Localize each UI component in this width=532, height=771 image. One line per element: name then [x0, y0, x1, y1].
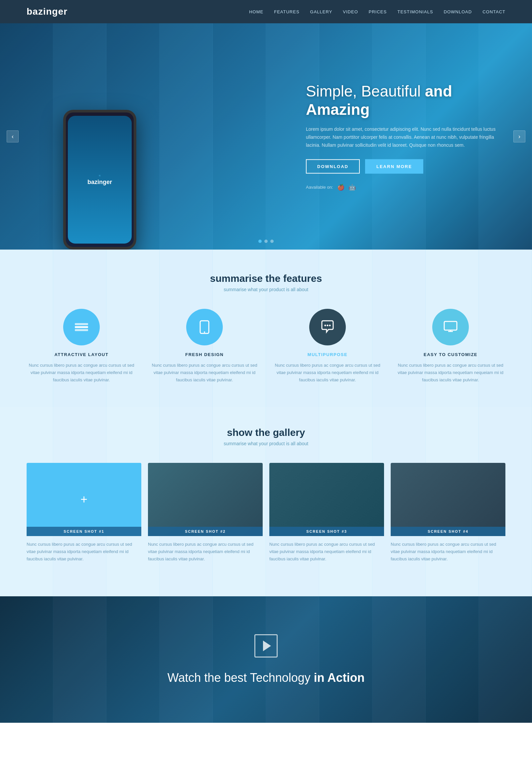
slider-next-button[interactable]: › [513, 130, 525, 142]
svg-point-7 [329, 325, 331, 326]
phone-logo: bazinger [87, 179, 112, 186]
nav-download[interactable]: DOWNLOAD [444, 8, 472, 16]
stripe-5 [213, 23, 266, 250]
feature-item-1: ATTRACTIVE LAYOUT Nunc cursus libero pur… [27, 309, 136, 384]
feature-item-2: FRESH DESIGN Nunc cursus libero purus ac… [150, 309, 259, 384]
vid-s1 [0, 596, 53, 723]
features-section: summarise the features summarise what yo… [0, 250, 532, 407]
gallery-item-1[interactable]: + SCREEN SHOT #1 Nunc cursus libero puru… [27, 463, 141, 563]
nav-contact[interactable]: CONTACT [482, 8, 505, 16]
hero-available: Aavailable on: 🍎 🤖 [306, 183, 505, 191]
feature-icon-attractive [63, 309, 100, 345]
logo[interactable]: bazinger [27, 6, 67, 17]
learn-more-button[interactable]: LEARN MORE [365, 159, 423, 173]
hero-title: Simple, Beautiful and Amazing [306, 82, 505, 119]
vid-s7 [319, 596, 372, 723]
monitor-icon [442, 319, 459, 335]
svg-point-4 [204, 331, 205, 333]
feature-desc-2: Nunc cursus libero purus ac congue arcu … [150, 362, 259, 384]
chat-icon [319, 319, 336, 335]
tablet-icon [196, 319, 213, 335]
gallery-img-3: SCREEN SHOT #3 [269, 463, 384, 536]
svg-point-6 [327, 325, 329, 326]
feature-desc-1: Nunc cursus libero purus ac congue arcu … [27, 362, 136, 384]
video-title: Watch the best Technology in Action [168, 671, 365, 685]
feature-icon-customize [432, 309, 469, 345]
svg-rect-8 [444, 321, 457, 330]
apple-icon: 🍎 [337, 183, 344, 191]
nav-gallery[interactable]: GALLERY [310, 8, 333, 16]
gallery-item-3[interactable]: SCREEN SHOT #3 Nunc cursus libero purus … [269, 463, 384, 563]
gallery-img-4: SCREEN SHOT #4 [391, 463, 505, 536]
features-title: summarise the features [27, 273, 505, 284]
gallery-title: show the gallery [27, 427, 505, 438]
hero-buttons: DOWNLOAD LEARN MORE [306, 159, 505, 173]
nav-features[interactable]: FEATURES [274, 8, 299, 16]
vid-s9 [426, 596, 479, 723]
feature-desc-3: Nunc cursus libero purus ac congue arcu … [273, 362, 382, 384]
feature-title-1: ATTRACTIVE LAYOUT [27, 352, 136, 357]
slider-dot-2[interactable] [264, 240, 268, 243]
feature-title-3: MULTIPURPOSE [273, 352, 382, 357]
gallery-grid: + SCREEN SHOT #1 Nunc cursus libero puru… [27, 463, 505, 563]
vid-s2 [53, 596, 106, 723]
vid-s5 [213, 596, 266, 723]
phone-logo-prefix: ba [87, 179, 94, 185]
svg-rect-2 [75, 329, 88, 331]
feature-item-3: MULTIPURPOSE Nunc cursus libero purus ac… [273, 309, 382, 384]
vid-s10 [479, 596, 532, 723]
slider-dot-1[interactable] [258, 240, 262, 243]
hero-section: ≈ bazinger ‹ Simple, Beautiful and Amazi… [0, 23, 532, 250]
gallery-caption-3: Nunc cursus libero purus ac congue arcu … [269, 541, 384, 563]
feature-desc-4: Nunc cursus libero purus ac congue arcu … [396, 362, 505, 384]
vid-s6 [266, 596, 319, 723]
video-section: Watch the best Technology in Action [0, 596, 532, 723]
feature-title-2: FRESH DESIGN [150, 352, 259, 357]
logo-main: zinger [38, 6, 67, 17]
header: bazinger HOME FEATURES GALLERY VIDEO PRI… [0, 0, 532, 23]
feature-item-4: EASY TO CUSTOMIZE Nunc cursus libero pur… [396, 309, 505, 384]
nav-video[interactable]: VIDEO [343, 8, 358, 16]
features-grid: ATTRACTIVE LAYOUT Nunc cursus libero pur… [27, 309, 505, 384]
vid-s3 [106, 596, 160, 723]
logo-prefix: ba [27, 6, 38, 17]
hero-description: Lorem ipsum dolor sit amet, consectetur … [306, 125, 505, 149]
main-nav: HOME FEATURES GALLERY VIDEO PRICES TESTI… [249, 8, 505, 16]
nav-home[interactable]: HOME [249, 8, 263, 16]
feature-title-4: EASY TO CUSTOMIZE [396, 352, 505, 357]
video-title-normal: Watch the best Technology [168, 671, 314, 685]
available-text: Aavailable on: [306, 185, 333, 190]
svg-point-5 [325, 325, 326, 326]
slider-prev-button[interactable]: ‹ [7, 130, 19, 142]
slider-dot-3[interactable] [270, 240, 274, 243]
gallery-caption-1: Nunc cursus libero purus ac congue arcu … [27, 541, 141, 563]
phone-screen: ≈ bazinger [68, 116, 132, 244]
feature-icon-multi [309, 309, 346, 345]
phone-wifi-icon: ≈ [99, 174, 101, 177]
download-button[interactable]: DOWNLOAD [306, 159, 360, 173]
gallery-plus-icon: + [80, 492, 87, 506]
hero-content: Simple, Beautiful and Amazing Lorem ipsu… [306, 82, 505, 191]
nav-prices[interactable]: PRICES [369, 8, 387, 16]
gallery-label-3: SCREEN SHOT #3 [269, 527, 384, 536]
gallery-label-4: SCREEN SHOT #4 [391, 527, 505, 536]
play-button[interactable] [254, 634, 278, 658]
nav-testimonials[interactable]: TESTIMONIALS [397, 8, 433, 16]
gallery-caption-4: Nunc cursus libero purus ac congue arcu … [391, 541, 505, 563]
gallery-caption-2: Nunc cursus libero purus ac congue arcu … [148, 541, 263, 563]
video-bg-stripes [0, 596, 532, 723]
gallery-item-2[interactable]: SCREEN SHOT #2 Nunc cursus libero purus … [148, 463, 263, 563]
svg-rect-0 [75, 326, 88, 328]
svg-rect-1 [75, 323, 88, 325]
gallery-label-2: SCREEN SHOT #2 [148, 527, 263, 536]
layers-icon [73, 319, 90, 335]
hero-title-normal: Simple, Beautiful [306, 82, 425, 100]
vid-s8 [372, 596, 426, 723]
gallery-label-1: SCREEN SHOT #1 [27, 527, 141, 536]
phone-logo-main: zinger [94, 179, 112, 185]
gallery-img-2: SCREEN SHOT #2 [148, 463, 263, 536]
feature-icon-fresh [186, 309, 223, 345]
gallery-item-4[interactable]: SCREEN SHOT #4 Nunc cursus libero purus … [391, 463, 505, 563]
gallery-img-1: + SCREEN SHOT #1 [27, 463, 141, 536]
features-subtitle: summarise what your product is all about [27, 287, 505, 292]
